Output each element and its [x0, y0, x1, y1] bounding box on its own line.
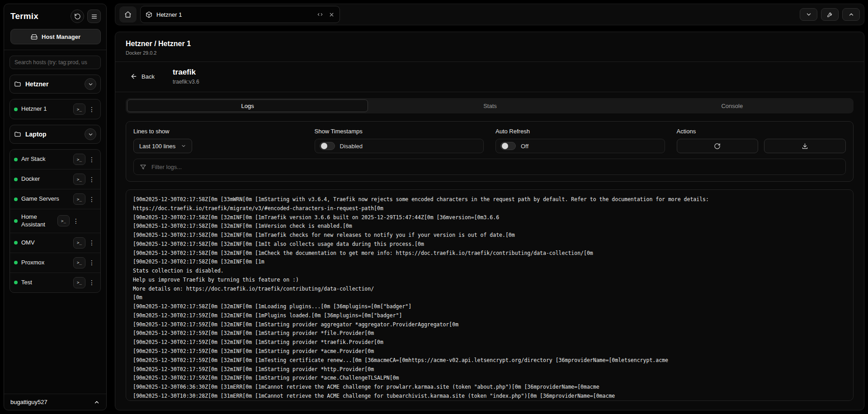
terminal-button[interactable]: >_: [73, 174, 85, 185]
kebab-menu-button[interactable]: ⋮: [87, 193, 96, 205]
username: bugattiguy527: [10, 399, 47, 405]
actions-label: Actions: [677, 128, 846, 135]
container-name: traefik: [173, 68, 199, 77]
tab-label: Hetzner 1: [156, 11, 182, 18]
sidebar-header: Termix Host Manager: [4, 4, 106, 50]
kebab-menu-button[interactable]: ⋮: [87, 174, 96, 185]
terminal-button[interactable]: >_: [73, 104, 85, 115]
chevron-down-icon: [806, 11, 812, 18]
log-output[interactable]: [90m2025-12-30T02:17:58Z[0m [33mWRN[0m […: [126, 189, 854, 401]
split-icon: [317, 11, 323, 18]
tab-close-button[interactable]: [329, 12, 335, 18]
group-label: Laptop: [25, 131, 80, 138]
refresh-logs-button[interactable]: [677, 139, 759, 153]
download-logs-button[interactable]: [764, 139, 846, 153]
timestamps-control: Show Timestamps Disabled: [315, 128, 484, 153]
log-controls: Lines to show Last 100 lines Show Timest…: [126, 121, 854, 182]
timestamps-value: Disabled: [340, 143, 363, 150]
host-group-laptop: Arr Stack >_ ⋮ Docker >_ ⋮ Game Servers …: [9, 149, 101, 293]
back-label: Back: [142, 73, 155, 80]
kebab-menu-button[interactable]: ⋮: [87, 237, 96, 249]
tab-stats[interactable]: Stats: [370, 99, 610, 112]
terminal-button[interactable]: >_: [73, 237, 85, 249]
host-name: Docker: [21, 175, 70, 183]
group-header-laptop[interactable]: Laptop: [9, 125, 101, 144]
terminal-button[interactable]: >_: [73, 257, 85, 268]
host-name: Arr Stack: [21, 155, 70, 163]
server-icon: [31, 33, 38, 40]
filter-input[interactable]: [151, 164, 840, 170]
host-row[interactable]: Game Servers >_ ⋮: [10, 189, 100, 209]
timestamps-toggle[interactable]: [320, 142, 335, 150]
log-line: Stats collection is disabled.: [133, 267, 846, 276]
split-view-button[interactable]: [317, 11, 323, 18]
host-row[interactable]: Home Assistant >_ ⋮: [10, 209, 100, 233]
host-manager-button[interactable]: Host Manager: [10, 29, 101, 44]
tools-button[interactable]: [821, 8, 839, 21]
group-collapse-button[interactable]: [85, 78, 96, 90]
panel-expand-button[interactable]: [842, 8, 860, 21]
log-line: [90m2025-12-30T02:17:59Z[0m [32mINF[0m […: [133, 329, 846, 338]
host-row[interactable]: Docker >_ ⋮: [10, 169, 100, 189]
home-button[interactable]: [119, 6, 137, 23]
host-name: Home Assistant: [21, 213, 54, 229]
menu-button[interactable]: [87, 9, 101, 23]
log-line: [90m2025-12-30T02:17:58Z[0m [32mINF[0m […: [133, 213, 846, 222]
log-line: [90m2025-12-30T02:17:59Z[0m [32mINF[0m […: [133, 356, 846, 365]
kebab-menu-button[interactable]: ⋮: [87, 277, 96, 288]
autorefresh-toggle[interactable]: [500, 142, 516, 150]
kebab-menu-button[interactable]: ⋮: [87, 154, 96, 165]
back-button[interactable]: Back: [126, 70, 159, 83]
container-icon: [146, 11, 152, 18]
kebab-menu-button[interactable]: ⋮: [71, 215, 80, 226]
log-line: [90m2025-12-30T10:30:28Z[0m [31mERR[0m […: [133, 392, 846, 401]
app-title: Termix: [10, 11, 38, 21]
lines-label: Lines to show: [133, 128, 303, 135]
terminal-button[interactable]: >_: [73, 193, 85, 205]
search-input[interactable]: [9, 56, 101, 69]
view-tabs: Logs Stats Console: [126, 98, 854, 113]
arrow-left-icon: [130, 73, 137, 80]
log-line: [90m2025-12-30T02:17:59Z[0m [32mINF[0m […: [133, 374, 846, 383]
status-dot: [14, 108, 18, 111]
terminal-button[interactable]: >_: [73, 277, 85, 288]
host-row[interactable]: Proxmox >_ ⋮: [10, 253, 100, 273]
host-group-hetzner: Hetzner 1 >_ ⋮: [9, 99, 101, 119]
host-name: Proxmox: [21, 259, 70, 267]
chevron-down-icon: [88, 132, 94, 137]
container-header: Back traefik traefik:v3.6: [115, 62, 864, 92]
tab-hetzner-1[interactable]: Hetzner 1: [140, 6, 340, 23]
panel-collapse-button[interactable]: [800, 8, 817, 21]
log-line: [90m2025-12-30T02:17:58Z[0m [32mINF[0m […: [133, 302, 846, 311]
group-collapse-button[interactable]: [85, 128, 96, 140]
kebab-menu-button[interactable]: ⋮: [87, 104, 96, 115]
host-row[interactable]: Test >_ ⋮: [10, 273, 100, 292]
terminal-button[interactable]: >_: [57, 215, 70, 226]
status-dot: [14, 219, 18, 223]
log-line: [90m2025-12-30T02:17:59Z[0m [32mINF[0m […: [133, 338, 846, 347]
status-dot: [14, 281, 18, 284]
log-line: [90m2025-12-30T02:17:58Z[0m [32mINF[0m […: [133, 258, 846, 267]
host-row[interactable]: OMV >_ ⋮: [10, 233, 100, 253]
kebab-menu-button[interactable]: ⋮: [87, 257, 96, 268]
log-line: [90m2025-12-30T02:17:58Z[0m [32mINF[0m […: [133, 240, 846, 249]
main-panel: Hetzner / Hetzner 1 Docker 29.0.2 Back t…: [115, 32, 864, 410]
user-footer[interactable]: bugattiguy527: [4, 394, 106, 410]
lines-select[interactable]: Last 100 lines: [133, 139, 192, 153]
status-dot: [14, 198, 18, 201]
autorefresh-control: Auto Refresh Off: [495, 128, 665, 153]
host-row[interactable]: Arr Stack >_ ⋮: [10, 150, 100, 169]
chevron-up-icon: [848, 11, 854, 18]
host-name: Hetzner 1: [21, 105, 70, 113]
server-header: Hetzner / Hetzner 1 Docker 29.0.2: [115, 32, 864, 62]
tab-logs[interactable]: Logs: [127, 99, 368, 112]
folder-icon: [14, 131, 21, 138]
close-icon: [329, 12, 335, 18]
group-header-hetzner[interactable]: Hetzner: [9, 75, 101, 94]
tab-console[interactable]: Console: [612, 99, 852, 112]
host-row[interactable]: Hetzner 1 >_ ⋮: [10, 99, 100, 119]
reset-button[interactable]: [71, 9, 84, 23]
status-dot: [14, 178, 18, 181]
terminal-button[interactable]: >_: [73, 154, 85, 165]
log-line: [90m2025-12-30T02:17:59Z[0m [32mINF[0m […: [133, 311, 846, 320]
